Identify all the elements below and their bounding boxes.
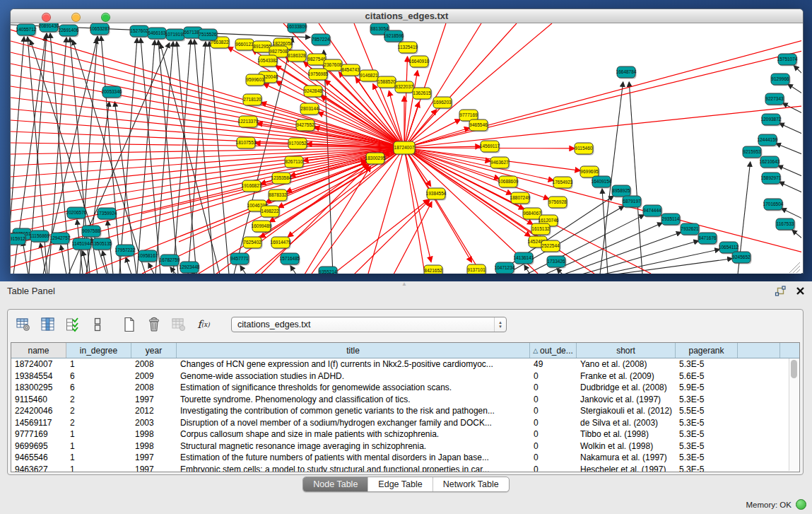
network-node[interactable]: 2803144 (300, 103, 320, 116)
network-node[interactable]: 7515526 (199, 29, 218, 42)
network-node[interactable]: 9129966 (771, 74, 791, 86)
network-canvas[interactable]: 1872400776638229660123891295518226058982… (11, 23, 801, 274)
network-node[interactable]: 16099489 (252, 221, 272, 233)
table-cell[interactable]: 5.6E-5 (676, 371, 738, 381)
table-cell[interactable]: 2009 (131, 371, 177, 381)
network-node[interactable]: 2935114 (661, 214, 681, 226)
network-node[interactable]: 15716485 (280, 253, 300, 266)
table-cell[interactable]: Corpus callosum shape and size in male p… (177, 429, 530, 439)
network-node[interactable]: 16782759 (160, 255, 180, 267)
unmerge-columns-button[interactable] (89, 316, 106, 333)
network-node[interactable]: 7857224 (312, 34, 331, 47)
network-node[interactable]: 9146821 (360, 70, 379, 83)
network-node[interactable]: 9457771 (230, 253, 250, 266)
table-cell[interactable]: Franke et al. (2009) (577, 371, 676, 381)
tab-edge-table[interactable]: Edge Table (367, 477, 432, 491)
column-header-pagerank[interactable]: pagerank (676, 343, 738, 358)
table-row[interactable]: 911546021997Tourette syndrome. Phenomeno… (11, 394, 799, 406)
network-node[interactable]: 18107553 (236, 137, 257, 150)
network-node[interactable]: 1615132 (531, 223, 551, 236)
table-cell[interactable]: Yano et al. (2008) (577, 359, 676, 369)
network-node[interactable]: 18807249 (510, 192, 531, 205)
close-panel-icon[interactable] (796, 286, 805, 296)
column-header-filler[interactable] (738, 343, 780, 358)
column-select-button[interactable] (40, 316, 57, 333)
table-cell[interactable]: 5.3E-5 (676, 418, 738, 428)
network-node[interactable]: 11325419 (398, 42, 418, 54)
table-cell[interactable]: Disruption of a novel member of a sodium… (177, 418, 530, 428)
table-cell[interactable]: Jankovic et al. (1997) (577, 395, 676, 404)
memory-status-icon[interactable] (796, 499, 806, 510)
table-cell[interactable]: Investigating the contribution of common… (177, 406, 530, 416)
network-node[interactable]: 11156869 (30, 230, 49, 243)
network-node[interactable]: 9756928 (548, 197, 568, 209)
network-node[interactable]: 17654923 (553, 177, 573, 189)
table-cell[interactable]: Changes of HCN gene expression and I(f) … (177, 359, 530, 369)
network-node[interactable]: 8878332 (269, 189, 288, 202)
table-cell[interactable]: 1997 (131, 395, 177, 404)
table-row[interactable]: 946554611997Estimation of the future num… (11, 452, 799, 464)
network-node[interactable]: 1696203 (433, 97, 453, 110)
delete-table-button[interactable] (146, 316, 163, 333)
table-cell[interactable]: 9699695 (11, 441, 66, 451)
network-node[interactable]: 9465546 (469, 119, 489, 132)
network-node[interactable]: 19166827 (242, 180, 262, 193)
column-header-year[interactable]: year (131, 343, 177, 358)
table-cell[interactable]: Estimation of the future numbers of pati… (177, 452, 530, 462)
network-node[interactable]: 10471234 (495, 262, 515, 274)
network-node[interactable]: 12093872 (761, 114, 782, 127)
network-node[interactable]: 7932621 (681, 223, 700, 236)
column-header-title[interactable]: title (177, 343, 530, 358)
table-cell[interactable]: Dudbridge et al. (2008) (577, 382, 676, 392)
network-node[interactable]: 18300295 (365, 153, 386, 165)
table-cell[interactable]: 1998 (131, 441, 177, 451)
table-cell[interactable]: 2008 (131, 382, 177, 392)
table-cell[interactable]: 1 (66, 429, 131, 439)
network-node[interactable]: 10543382 (258, 55, 278, 68)
new-table-button[interactable] (121, 316, 138, 333)
network-node[interactable]: 16033809 (287, 23, 307, 34)
network-node[interactable]: 9137101 (467, 264, 487, 274)
table-row[interactable]: 1872400712008Changes of HCN gene express… (11, 358, 799, 370)
table-cell[interactable]: 0 (530, 371, 577, 381)
table-cell[interactable]: 1 (66, 441, 131, 451)
network-node[interactable]: 1588520 (377, 76, 397, 89)
table-cell[interactable]: 5.3E-5 (676, 395, 738, 404)
network-node[interactable]: 10958167 (138, 250, 158, 263)
tab-network-table[interactable]: Network Table (433, 477, 509, 491)
network-view-window[interactable]: citations_edges.txt 18724007766382296601… (10, 8, 804, 274)
table-cell[interactable]: 6 (66, 371, 131, 381)
network-node[interactable]: 1167533 (776, 218, 796, 231)
network-node[interactable]: 9463627 (490, 157, 510, 170)
function-builder-button[interactable]: f(x) (195, 316, 212, 333)
network-node[interactable]: 10688609 (498, 176, 519, 189)
table-cell[interactable]: 0 (530, 418, 577, 428)
table-cell[interactable]: Nakamura et al. (1997) (577, 452, 676, 462)
table-vertical-scrollbar[interactable] (789, 358, 799, 471)
table-cell[interactable]: 2008 (131, 359, 177, 369)
table-row[interactable]: 1830029562008Estimation of significance … (11, 382, 799, 394)
network-node[interactable]: 14136141 (514, 252, 534, 265)
network-node[interactable]: 14055712 (16, 24, 37, 37)
table-cell[interactable]: 0 (530, 429, 577, 439)
table-cell[interactable]: 9465546 (11, 452, 66, 462)
table-cell[interactable]: Tibbo et al. (1998) (577, 429, 676, 439)
table-cell[interactable]: 2 (66, 395, 131, 404)
table-cell[interactable]: 18300295 (11, 382, 66, 392)
table-cell[interactable]: 1997 (131, 452, 177, 462)
network-node[interactable]: 8454743 (341, 64, 361, 77)
network-node[interactable]: 8322037 (395, 81, 415, 94)
resize-grip-icon[interactable] (789, 262, 800, 273)
table-cell[interactable]: Tourette syndrome. Phenomenology and cla… (177, 395, 530, 404)
table-cell[interactable]: 0 (530, 406, 577, 416)
network-node[interactable]: 8471676 (698, 233, 718, 245)
network-node[interactable]: 7625402 (243, 237, 263, 250)
network-node[interactable]: 20206576 (66, 207, 87, 220)
table-cell[interactable]: Estimation of significance thresholds fo… (177, 382, 530, 392)
network-node[interactable]: 1362615 (413, 88, 433, 100)
network-node[interactable]: 9097588 (82, 226, 102, 238)
network-node[interactable]: 9660123 (235, 39, 255, 52)
table-cell[interactable]: 2003 (131, 418, 177, 428)
network-node[interactable]: 11451944 (72, 238, 93, 251)
network-node[interactable]: 1733426 (547, 256, 567, 269)
